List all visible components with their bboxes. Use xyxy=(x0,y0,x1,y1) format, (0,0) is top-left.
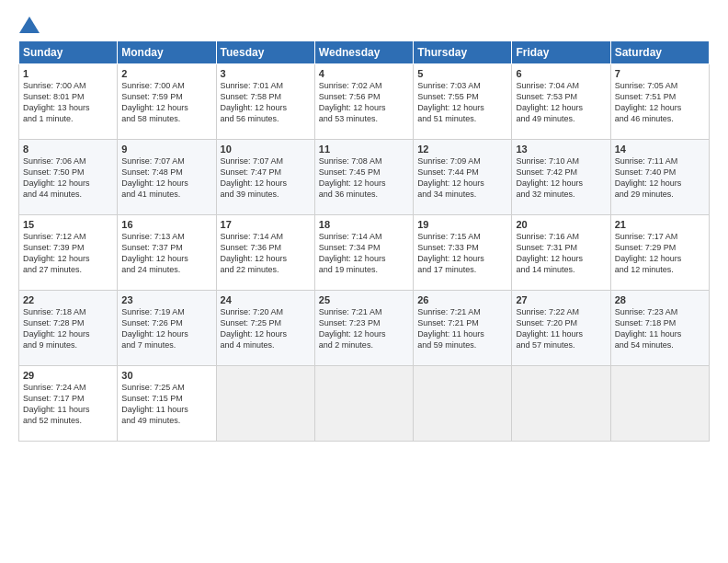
table-row xyxy=(414,366,512,442)
day-info: Sunrise: 7:22 AMSunset: 7:20 PMDaylight:… xyxy=(516,306,606,351)
day-info: Sunrise: 7:10 AMSunset: 7:42 PMDaylight:… xyxy=(516,155,606,201)
day-info: Sunrise: 7:21 AMSunset: 7:21 PMDaylight:… xyxy=(417,306,507,351)
day-number: 8 xyxy=(23,144,113,155)
day-info: Sunrise: 7:07 AMSunset: 7:47 PMDaylight:… xyxy=(221,155,311,201)
col-thursday: Thursday xyxy=(414,41,512,64)
table-row: 10Sunrise: 7:07 AMSunset: 7:47 PMDayligh… xyxy=(216,140,314,215)
table-row: 26Sunrise: 7:21 AMSunset: 7:21 PMDayligh… xyxy=(414,291,512,366)
table-row: 22Sunrise: 7:18 AMSunset: 7:28 PMDayligh… xyxy=(19,291,118,366)
day-number: 27 xyxy=(516,294,606,305)
table-row: 5Sunrise: 7:03 AMSunset: 7:55 PMDaylight… xyxy=(414,64,512,140)
day-info: Sunrise: 7:25 AMSunset: 7:15 PMDaylight:… xyxy=(121,382,211,427)
day-info: Sunrise: 7:00 AMSunset: 8:01 PMDaylight:… xyxy=(23,80,113,125)
table-row: 30Sunrise: 7:25 AMSunset: 7:15 PMDayligh… xyxy=(118,366,216,442)
day-number: 10 xyxy=(221,144,311,155)
day-info: Sunrise: 7:23 AMSunset: 7:18 PMDaylight:… xyxy=(615,306,705,351)
day-number: 1 xyxy=(23,68,113,79)
day-number: 7 xyxy=(615,68,705,79)
table-row: 15Sunrise: 7:12 AMSunset: 7:39 PMDayligh… xyxy=(19,215,118,291)
day-number: 30 xyxy=(121,370,211,381)
day-number: 6 xyxy=(516,68,606,79)
day-number: 28 xyxy=(615,294,705,305)
day-info: Sunrise: 7:15 AMSunset: 7:33 PMDaylight:… xyxy=(417,231,507,276)
svg-marker-0 xyxy=(19,17,40,33)
table-row: 12Sunrise: 7:09 AMSunset: 7:44 PMDayligh… xyxy=(414,140,512,215)
logo-icon xyxy=(19,17,40,33)
table-row: 9Sunrise: 7:07 AMSunset: 7:48 PMDaylight… xyxy=(118,140,216,215)
table-row: 16Sunrise: 7:13 AMSunset: 7:37 PMDayligh… xyxy=(118,215,216,291)
table-row xyxy=(610,366,709,442)
col-tuesday: Tuesday xyxy=(216,41,314,64)
calendar: Sunday Monday Tuesday Wednesday Thursday… xyxy=(18,40,710,442)
day-number: 20 xyxy=(516,219,606,230)
table-row: 7Sunrise: 7:05 AMSunset: 7:51 PMDaylight… xyxy=(610,64,709,140)
table-row: 29Sunrise: 7:24 AMSunset: 7:17 PMDayligh… xyxy=(19,366,118,442)
day-number: 15 xyxy=(23,219,113,230)
day-info: Sunrise: 7:03 AMSunset: 7:55 PMDaylight:… xyxy=(417,80,507,125)
day-number: 16 xyxy=(121,219,211,230)
day-number: 3 xyxy=(221,68,311,79)
table-row xyxy=(216,366,314,442)
col-monday: Monday xyxy=(118,41,216,64)
day-info: Sunrise: 7:01 AMSunset: 7:58 PMDaylight:… xyxy=(221,80,311,125)
day-number: 13 xyxy=(516,144,606,155)
table-row: 14Sunrise: 7:11 AMSunset: 7:40 PMDayligh… xyxy=(610,140,709,215)
day-number: 19 xyxy=(417,219,507,230)
day-info: Sunrise: 7:14 AMSunset: 7:34 PMDaylight:… xyxy=(319,231,409,276)
day-info: Sunrise: 7:13 AMSunset: 7:37 PMDaylight:… xyxy=(121,231,211,276)
day-number: 14 xyxy=(615,144,705,155)
page: Sunday Monday Tuesday Wednesday Thursday… xyxy=(0,0,728,563)
table-row: 1Sunrise: 7:00 AMSunset: 8:01 PMDaylight… xyxy=(19,64,118,140)
table-row: 2Sunrise: 7:00 AMSunset: 7:59 PMDaylight… xyxy=(118,64,216,140)
day-info: Sunrise: 7:09 AMSunset: 7:44 PMDaylight:… xyxy=(417,155,507,201)
day-number: 21 xyxy=(615,219,705,230)
day-info: Sunrise: 7:21 AMSunset: 7:23 PMDaylight:… xyxy=(319,306,409,351)
day-number: 25 xyxy=(319,294,409,305)
calendar-header-row: Sunday Monday Tuesday Wednesday Thursday… xyxy=(19,41,710,64)
day-info: Sunrise: 7:12 AMSunset: 7:39 PMDaylight:… xyxy=(23,231,113,276)
col-sunday: Sunday xyxy=(19,41,118,64)
table-row: 13Sunrise: 7:10 AMSunset: 7:42 PMDayligh… xyxy=(512,140,610,215)
day-info: Sunrise: 7:02 AMSunset: 7:56 PMDaylight:… xyxy=(319,80,409,125)
table-row xyxy=(512,366,610,442)
day-info: Sunrise: 7:18 AMSunset: 7:28 PMDaylight:… xyxy=(23,306,113,351)
logo xyxy=(18,17,40,33)
day-number: 24 xyxy=(221,294,311,305)
day-info: Sunrise: 7:08 AMSunset: 7:45 PMDaylight:… xyxy=(319,155,409,201)
day-info: Sunrise: 7:16 AMSunset: 7:31 PMDaylight:… xyxy=(516,231,606,276)
day-info: Sunrise: 7:20 AMSunset: 7:25 PMDaylight:… xyxy=(221,306,311,351)
table-row: 28Sunrise: 7:23 AMSunset: 7:18 PMDayligh… xyxy=(610,291,709,366)
day-info: Sunrise: 7:05 AMSunset: 7:51 PMDaylight:… xyxy=(615,80,705,125)
day-number: 23 xyxy=(121,294,211,305)
day-number: 17 xyxy=(221,219,311,230)
table-row: 27Sunrise: 7:22 AMSunset: 7:20 PMDayligh… xyxy=(512,291,610,366)
day-info: Sunrise: 7:07 AMSunset: 7:48 PMDaylight:… xyxy=(121,155,211,201)
day-info: Sunrise: 7:14 AMSunset: 7:36 PMDaylight:… xyxy=(221,231,311,276)
day-number: 29 xyxy=(23,370,113,381)
day-info: Sunrise: 7:17 AMSunset: 7:29 PMDaylight:… xyxy=(615,231,705,276)
table-row: 6Sunrise: 7:04 AMSunset: 7:53 PMDaylight… xyxy=(512,64,610,140)
day-info: Sunrise: 7:19 AMSunset: 7:26 PMDaylight:… xyxy=(121,306,211,351)
day-number: 18 xyxy=(319,219,409,230)
day-number: 11 xyxy=(319,144,409,155)
table-row: 17Sunrise: 7:14 AMSunset: 7:36 PMDayligh… xyxy=(216,215,314,291)
col-saturday: Saturday xyxy=(610,41,709,64)
day-info: Sunrise: 7:00 AMSunset: 7:59 PMDaylight:… xyxy=(121,80,211,125)
table-row: 21Sunrise: 7:17 AMSunset: 7:29 PMDayligh… xyxy=(610,215,709,291)
table-row: 18Sunrise: 7:14 AMSunset: 7:34 PMDayligh… xyxy=(314,215,413,291)
day-number: 4 xyxy=(319,68,409,79)
day-info: Sunrise: 7:04 AMSunset: 7:53 PMDaylight:… xyxy=(516,80,606,125)
table-row xyxy=(314,366,413,442)
header xyxy=(18,17,710,33)
table-row: 24Sunrise: 7:20 AMSunset: 7:25 PMDayligh… xyxy=(216,291,314,366)
day-number: 12 xyxy=(417,144,507,155)
day-info: Sunrise: 7:24 AMSunset: 7:17 PMDaylight:… xyxy=(23,382,113,427)
day-info: Sunrise: 7:11 AMSunset: 7:40 PMDaylight:… xyxy=(615,155,705,201)
table-row: 3Sunrise: 7:01 AMSunset: 7:58 PMDaylight… xyxy=(216,64,314,140)
day-number: 26 xyxy=(417,294,507,305)
table-row: 4Sunrise: 7:02 AMSunset: 7:56 PMDaylight… xyxy=(314,64,413,140)
table-row: 23Sunrise: 7:19 AMSunset: 7:26 PMDayligh… xyxy=(118,291,216,366)
table-row: 11Sunrise: 7:08 AMSunset: 7:45 PMDayligh… xyxy=(314,140,413,215)
day-number: 2 xyxy=(121,68,211,79)
col-wednesday: Wednesday xyxy=(314,41,413,64)
